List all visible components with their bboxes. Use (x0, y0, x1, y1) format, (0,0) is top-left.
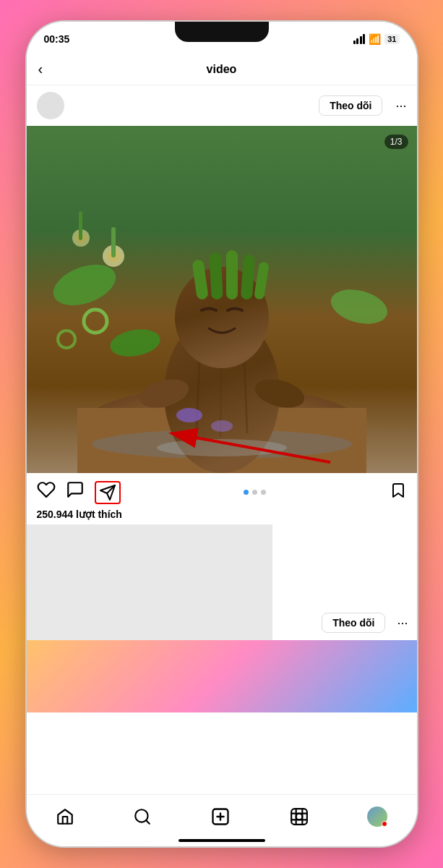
reels-icon (290, 807, 309, 826)
svg-line-35 (146, 820, 150, 824)
post1-image: 1/3 (27, 126, 417, 473)
page-title: video (207, 63, 237, 76)
post1-action-bar (27, 473, 417, 509)
post2-follow-button[interactable]: Theo dõi (322, 613, 385, 633)
svg-point-27 (176, 408, 202, 422)
profile-avatar (367, 807, 387, 827)
battery-icon: 31 (384, 34, 399, 44)
signal-icon (353, 34, 366, 44)
post2: Theo dõi ··· (27, 524, 417, 712)
status-icons: 📶 31 (353, 33, 400, 45)
post2-row: Theo dõi ··· (27, 524, 417, 640)
svg-rect-23 (209, 252, 223, 300)
search-icon (133, 807, 152, 826)
home-indicator (179, 839, 265, 842)
carousel-indicator (131, 490, 379, 495)
send-button[interactable] (95, 481, 121, 504)
post1-media (27, 126, 417, 473)
nav-search[interactable] (133, 807, 152, 826)
image-counter: 1/3 (384, 135, 408, 149)
svg-point-40 (296, 813, 302, 820)
nav-reels[interactable] (290, 807, 309, 826)
post1-more-button[interactable]: ··· (395, 98, 406, 114)
wifi-icon: 📶 (369, 33, 381, 45)
post2-image (27, 524, 272, 640)
svg-rect-9 (79, 211, 82, 240)
bookmark-button[interactable] (390, 482, 407, 503)
notch (175, 22, 269, 42)
post1-avatar (37, 92, 64, 119)
nav-home[interactable] (56, 807, 74, 826)
nav-add[interactable] (210, 807, 231, 827)
post2-more-button[interactable]: ··· (397, 616, 408, 631)
post1-follow-button[interactable]: Theo dõi (319, 95, 382, 116)
svg-rect-6 (111, 227, 116, 258)
home-icon (56, 807, 74, 826)
add-icon (210, 807, 231, 827)
svg-rect-39 (291, 809, 307, 825)
profile-notification-dot (382, 821, 387, 827)
likes-count: 250.944 lượt thích (27, 509, 417, 524)
svg-point-29 (157, 439, 287, 456)
post2-blurry-preview (27, 640, 417, 712)
like-button[interactable] (37, 480, 56, 504)
comment-button[interactable] (66, 480, 85, 504)
post1-header: Theo dõi ··· (27, 85, 417, 126)
dot-3 (261, 490, 266, 495)
status-time: 00:35 (44, 33, 70, 45)
send-icon-highlight (95, 481, 121, 504)
dot-1 (244, 490, 249, 495)
dot-2 (252, 490, 257, 495)
back-button[interactable]: ‹ (38, 61, 43, 77)
nav-header: ‹ video (27, 54, 417, 85)
nav-profile[interactable] (367, 807, 387, 827)
svg-point-28 (211, 420, 233, 432)
svg-rect-24 (226, 250, 238, 299)
